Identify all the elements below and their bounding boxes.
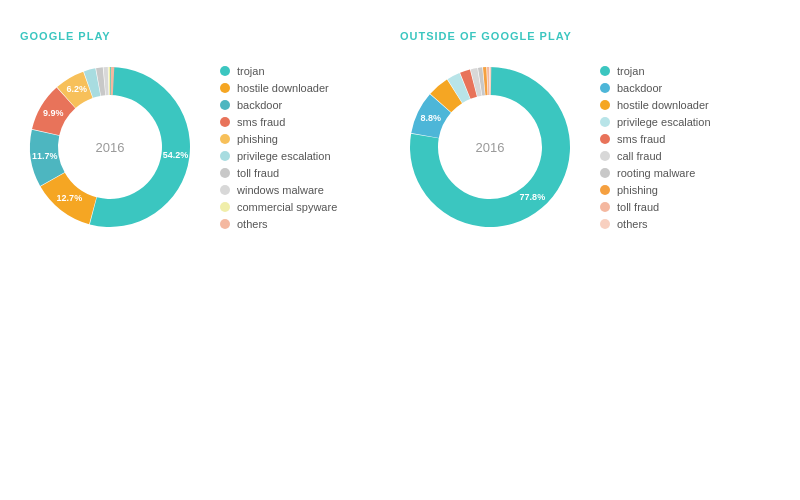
legend-dot (600, 202, 610, 212)
legend-label: phishing (237, 133, 278, 145)
legend-label: hostile downloader (617, 99, 709, 111)
legend-label: commercial spyware (237, 201, 337, 213)
legend-item: backdoor (220, 99, 337, 111)
legend-dot (220, 168, 230, 178)
legend-label: call fraud (617, 150, 662, 162)
legend-dot (600, 134, 610, 144)
legend-dot (600, 185, 610, 195)
legend-label: hostile downloader (237, 82, 329, 94)
legend-label: trojan (237, 65, 265, 77)
chart-body: 77.8%8.8%2016trojanbackdoorhostile downl… (400, 57, 711, 237)
legend-item: privilege escalation (220, 150, 337, 162)
legend-item: commercial spyware (220, 201, 337, 213)
charts-container: GOOGLE PLAY54.2%12.7%11.7%9.9%6.2%2016tr… (0, 0, 800, 500)
legend: trojanbackdoorhostile downloaderprivileg… (600, 65, 711, 230)
donut-year: 2016 (476, 140, 505, 155)
legend: trojanhostile downloaderbackdoorsms frau… (220, 65, 337, 230)
donut-year: 2016 (96, 140, 125, 155)
legend-label: phishing (617, 184, 658, 196)
legend-item: privilege escalation (600, 116, 711, 128)
legend-item: sms fraud (600, 133, 711, 145)
donut-center: 2016 (476, 140, 505, 155)
legend-dot (220, 185, 230, 195)
legend-label: privilege escalation (617, 116, 711, 128)
legend-item: phishing (600, 184, 711, 196)
legend-label: windows malware (237, 184, 324, 196)
legend-label: rooting malware (617, 167, 695, 179)
donut-wrapper: 54.2%12.7%11.7%9.9%6.2%2016 (20, 57, 200, 237)
legend-label: trojan (617, 65, 645, 77)
legend-label: others (617, 218, 648, 230)
legend-item: windows malware (220, 184, 337, 196)
legend-dot (600, 83, 610, 93)
slice-label-trojan: 77.8% (520, 192, 546, 202)
legend-item: toll fraud (220, 167, 337, 179)
legend-item: rooting malware (600, 167, 711, 179)
donut-center: 2016 (96, 140, 125, 155)
legend-label: sms fraud (237, 116, 285, 128)
legend-label: others (237, 218, 268, 230)
slice-label-hostile-downloader: 12.7% (57, 193, 83, 203)
slice-label-sms-fraud: 9.9% (43, 108, 64, 118)
legend-item: hostile downloader (600, 99, 711, 111)
slice-label-backdoor: 11.7% (32, 151, 58, 161)
slice-commercial-spyware (108, 67, 110, 95)
legend-dot (600, 219, 610, 229)
legend-dot (600, 117, 610, 127)
chart-section-outside-google-play: OUTSIDE OF GOOGLE PLAY77.8%8.8%2016troja… (400, 30, 780, 237)
legend-item: trojan (600, 65, 711, 77)
legend-dot (600, 100, 610, 110)
legend-dot (220, 117, 230, 127)
legend-item: call fraud (600, 150, 711, 162)
legend-item: sms fraud (220, 116, 337, 128)
legend-item: others (220, 218, 337, 230)
donut-wrapper: 77.8%8.8%2016 (400, 57, 580, 237)
legend-item: trojan (220, 65, 337, 77)
legend-item: hostile downloader (220, 82, 337, 94)
chart-section-google-play: GOOGLE PLAY54.2%12.7%11.7%9.9%6.2%2016tr… (20, 30, 400, 237)
legend-label: toll fraud (237, 167, 279, 179)
legend-label: toll fraud (617, 201, 659, 213)
chart-body: 54.2%12.7%11.7%9.9%6.2%2016trojanhostile… (20, 57, 337, 237)
legend-label: sms fraud (617, 133, 665, 145)
legend-label: backdoor (237, 99, 282, 111)
slice-label-phishing: 6.2% (67, 84, 88, 94)
legend-dot (220, 100, 230, 110)
legend-dot (600, 66, 610, 76)
slice-label-backdoor: 8.8% (420, 113, 441, 123)
legend-label: backdoor (617, 82, 662, 94)
legend-item: backdoor (600, 82, 711, 94)
legend-label: privilege escalation (237, 150, 331, 162)
legend-dot (220, 134, 230, 144)
legend-dot (600, 151, 610, 161)
chart-title: GOOGLE PLAY (20, 30, 111, 42)
legend-dot (220, 66, 230, 76)
legend-dot (600, 168, 610, 178)
legend-item: phishing (220, 133, 337, 145)
legend-dot (220, 219, 230, 229)
chart-title: OUTSIDE OF GOOGLE PLAY (400, 30, 572, 42)
legend-item: toll fraud (600, 201, 711, 213)
legend-item: others (600, 218, 711, 230)
legend-dot (220, 151, 230, 161)
legend-dot (220, 202, 230, 212)
slice-label-trojan: 54.2% (163, 150, 189, 160)
legend-dot (220, 83, 230, 93)
